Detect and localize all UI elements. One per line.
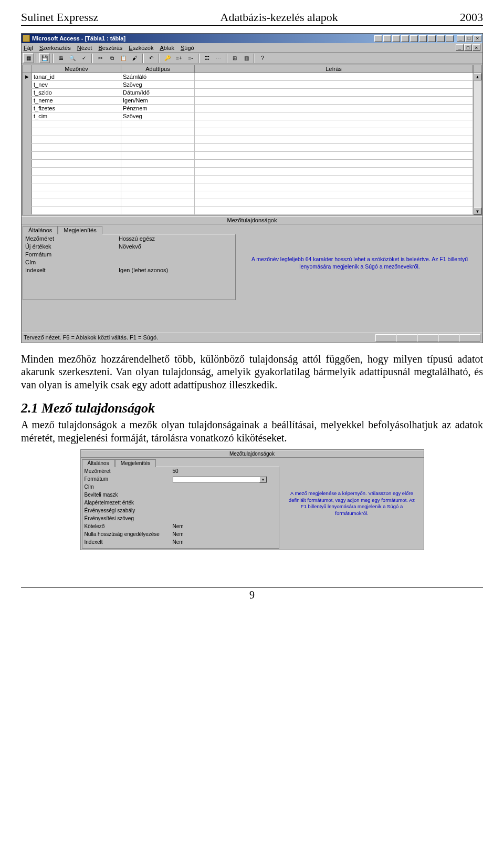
row-selector[interactable] (23, 81, 32, 88)
property-row[interactable]: Formátum (24, 251, 234, 259)
paste-button[interactable]: 📋 (118, 53, 129, 63)
doc-maximize-button[interactable]: □ (464, 44, 472, 51)
property-row[interactable]: Érvényesítési szöveg (83, 516, 278, 523)
table-row-empty[interactable] (23, 136, 473, 144)
row-selector[interactable] (23, 152, 32, 159)
row-selector[interactable] (23, 168, 32, 175)
menu-fájl[interactable]: Fájl (24, 45, 33, 51)
cell-datatype[interactable]: Szöveg (121, 112, 195, 120)
copy-button[interactable]: ⧉ (107, 53, 117, 63)
builder-button[interactable]: ⋯ (213, 53, 224, 63)
col-header-datatype[interactable]: Adattípus (121, 65, 195, 73)
cell-fieldname[interactable] (32, 152, 121, 159)
tab-general[interactable]: Általános (23, 226, 58, 234)
property-row[interactable]: Nulla hosszúság engedélyezéseNem (83, 531, 278, 539)
table-row-empty[interactable] (23, 152, 473, 160)
cell-description[interactable] (195, 176, 473, 183)
tab-display[interactable]: Megjelenítés (115, 459, 156, 467)
table-row-empty[interactable] (23, 144, 473, 152)
cell-datatype[interactable] (121, 160, 195, 167)
cell-datatype[interactable]: Számláló (121, 73, 195, 80)
cell-fieldname[interactable]: t_nev (32, 81, 121, 88)
cell-datatype[interactable] (121, 207, 195, 214)
print-button[interactable]: 🖶 (56, 53, 66, 63)
row-selector[interactable] (23, 97, 32, 104)
tray-icon[interactable] (374, 35, 382, 42)
property-value[interactable] (173, 484, 278, 492)
property-row[interactable]: MezőméretHosszú egész (24, 235, 234, 243)
cell-datatype[interactable]: Szöveg (121, 81, 195, 88)
col-header-fieldname[interactable]: Mezőnév (32, 65, 121, 73)
property-row[interactable]: Érvényességi szabály (83, 508, 278, 516)
maximize-button[interactable]: □ (465, 35, 473, 42)
tab-display[interactable]: Megjelenítés (58, 226, 102, 234)
property-value[interactable]: Növekvő (119, 243, 234, 251)
cell-description[interactable] (195, 183, 473, 191)
property-value[interactable] (119, 259, 234, 267)
row-selector[interactable] (23, 128, 32, 136)
menu-szerkesztés[interactable]: Szerkesztés (39, 45, 71, 51)
menu-súgó[interactable]: Súgó (181, 45, 194, 51)
table-row-empty[interactable] (23, 183, 473, 191)
cell-fieldname[interactable] (32, 191, 121, 199)
cell-fieldname[interactable] (32, 199, 121, 207)
table-row-empty[interactable] (23, 168, 473, 176)
table-row[interactable]: ▶tanar_idSzámláló (23, 73, 473, 81)
cut-button[interactable]: ✂ (95, 53, 106, 63)
property-row[interactable]: Cím (24, 259, 234, 267)
format-painter-button[interactable]: 🖌 (130, 53, 140, 63)
table-row-empty[interactable] (23, 191, 473, 199)
cell-datatype[interactable] (121, 199, 195, 207)
property-value[interactable]: Nem (173, 539, 278, 547)
tray-icon[interactable] (401, 35, 409, 42)
property-value[interactable] (173, 516, 278, 523)
table-row-empty[interactable] (23, 199, 473, 207)
cell-fieldname[interactable] (32, 120, 121, 128)
cell-description[interactable] (195, 152, 473, 159)
key-button[interactable]: 🔑 (162, 53, 173, 63)
tray-icon[interactable] (428, 35, 436, 42)
cell-datatype[interactable]: Igen/Nem (121, 97, 195, 104)
cell-datatype[interactable] (121, 144, 195, 151)
property-row[interactable]: Mezőméret50 (83, 468, 278, 476)
cell-datatype[interactable] (121, 183, 195, 191)
tray-icon[interactable] (383, 35, 391, 42)
cell-fieldname[interactable]: t_neme (32, 97, 121, 104)
property-value[interactable] (173, 508, 278, 516)
property-value-combo[interactable]: ▾ (173, 476, 267, 483)
cell-datatype[interactable] (121, 191, 195, 199)
menu-beszúrás[interactable]: Beszúrás (98, 45, 122, 51)
cell-description[interactable] (195, 81, 473, 88)
property-value[interactable] (119, 251, 234, 259)
cell-datatype[interactable]: Dátum/Idő (121, 89, 195, 96)
row-selector[interactable] (23, 105, 32, 112)
properties-button[interactable]: ☷ (202, 53, 212, 63)
property-value[interactable]: Igen (lehet azonos) (119, 267, 234, 275)
menu-eszközök[interactable]: Eszközök (129, 45, 153, 51)
property-row[interactable]: IndexeltNem (83, 539, 278, 547)
row-selector[interactable] (23, 136, 32, 143)
doc-close-button[interactable]: × (472, 44, 480, 51)
table-row-empty[interactable] (23, 176, 473, 183)
cell-description[interactable] (195, 128, 473, 136)
cell-fieldname[interactable] (32, 183, 121, 191)
close-button[interactable]: × (474, 35, 481, 42)
new-object-button[interactable]: ▥ (241, 53, 251, 63)
preview-button[interactable]: 🔍 (67, 53, 78, 63)
menu-nézet[interactable]: Nézet (77, 45, 92, 51)
cell-description[interactable] (195, 136, 473, 143)
scroll-down-icon[interactable]: ▼ (474, 208, 481, 215)
insert-rows-button[interactable]: ≡+ (174, 53, 184, 63)
property-row[interactable]: Új értékekNövekvő (24, 243, 234, 251)
row-selector[interactable] (23, 160, 32, 167)
property-value[interactable]: 50 (173, 468, 278, 476)
vertical-scrollbar[interactable]: ▲ ▼ (473, 73, 481, 215)
row-selector[interactable] (23, 120, 32, 128)
cell-description[interactable] (195, 89, 473, 96)
cell-description[interactable] (195, 120, 473, 128)
cell-fieldname[interactable]: t_szido (32, 89, 121, 96)
table-row[interactable]: t_fizetesPénznem (23, 105, 473, 112)
cell-description[interactable] (195, 168, 473, 175)
row-selector[interactable] (23, 199, 32, 207)
menu-ablak[interactable]: Ablak (160, 45, 174, 51)
